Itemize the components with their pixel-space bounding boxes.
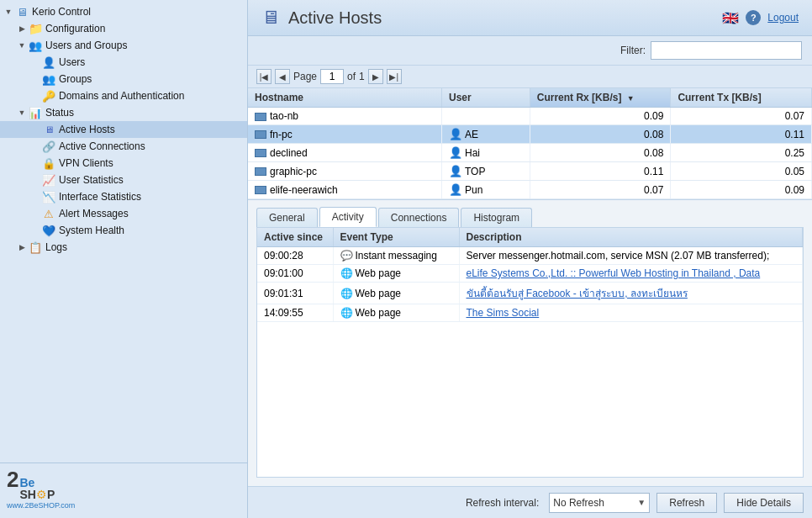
no-refresh-label: No Refresh — [553, 497, 634, 509]
sidebar-item-interface-statistics[interactable]: 📉 Interface Statistics — [0, 188, 247, 205]
sidebar-item-active-hosts[interactable]: 🖥 Active Hosts — [0, 121, 247, 138]
sidebar-item-groups[interactable]: 👥 Groups — [0, 71, 247, 87]
cell-tx: 0.07 — [671, 108, 812, 125]
page-number-input[interactable] — [320, 69, 344, 84]
bottom-bar: Refresh interval: No Refresh ▼ Refresh H… — [248, 486, 812, 518]
detail-cell-description[interactable]: eLife Systems Co.,Ltd. :: Powerful Web H… — [459, 265, 803, 283]
sidebar-item-domains[interactable]: 🔑 Domains and Authentication — [0, 87, 247, 104]
detail-cell-event: 💬Instant messaging — [333, 247, 459, 265]
page-label: Page — [293, 71, 317, 82]
col-hostname[interactable]: Hostname — [248, 88, 441, 108]
expand-icon-config: ▶ — [17, 24, 27, 34]
tab-general[interactable]: General — [256, 208, 318, 227]
sidebar-vpn-label: VPN Clients — [59, 157, 113, 169]
table-row[interactable]: graphic-pc👤TOP0.110.05 — [248, 162, 812, 181]
cell-rx: 0.09 — [530, 108, 671, 125]
users-group-icon: 👥 — [29, 39, 42, 52]
dropdown-arrow-icon: ▼ — [637, 498, 646, 507]
col-rx[interactable]: Current Rx [KB/s] ▼ — [530, 88, 671, 108]
vpn-icon: 🔒 — [42, 156, 55, 170]
sidebar-item-logs[interactable]: ▶ 📋 Logs — [0, 239, 247, 256]
alert-icon: ⚠ — [42, 207, 55, 220]
detail-cell-description[interactable]: The Sims Social — [459, 304, 803, 322]
next-page-button[interactable]: ▶ — [368, 69, 383, 84]
detail-link[interactable]: The Sims Social — [467, 307, 540, 319]
page-title-icon: 🖥 — [261, 7, 280, 29]
help-button[interactable]: ? — [746, 10, 761, 25]
logo-gear-icon: ⚙ — [36, 489, 47, 500]
cell-tx: 0.05 — [671, 162, 812, 181]
sidebar-item-users[interactable]: 👤 Users — [0, 54, 247, 71]
tab-connections[interactable]: Connections — [378, 208, 460, 227]
sidebar-item-configuration[interactable]: ▶ 📁 Configuration — [0, 20, 247, 37]
sidebar-item-users-groups[interactable]: ▼ 👥 Users and Groups — [0, 37, 247, 54]
sidebar-item-user-statistics[interactable]: 📈 User Statistics — [0, 172, 247, 188]
sidebar-interface-label: Interface Statistics — [59, 191, 141, 203]
spacer6 — [30, 158, 40, 168]
detail-link[interactable]: ขันตี้ต้อนรับสู่ Facebook - เข้าสู่ระบบ,… — [467, 288, 688, 299]
sidebar-item-vpn[interactable]: 🔒 VPN Clients — [0, 155, 247, 172]
page-title-area: 🖥 Active Hosts — [261, 7, 382, 29]
tab-histogram[interactable]: Histogram — [461, 208, 532, 227]
spacer2 — [30, 74, 40, 84]
userstat-icon: 📈 — [42, 173, 55, 187]
active-hosts-icon: 🖥 — [42, 123, 55, 136]
refresh-button[interactable]: Refresh — [656, 493, 717, 513]
col-user[interactable]: User — [441, 88, 530, 108]
detail-link[interactable]: eLife Systems Co.,Ltd. :: Powerful Web H… — [467, 267, 761, 279]
spacer — [30, 57, 40, 67]
table-row[interactable]: declined👤Hai0.080.25 — [248, 144, 812, 162]
last-page-button[interactable]: ▶| — [387, 69, 402, 84]
detail-cell-event: 🌐Web page — [333, 283, 459, 304]
sidebar-alerts-label: Alert Messages — [59, 208, 129, 219]
detail-cell-description[interactable]: ขันตี้ต้อนรับสู่ Facebook - เข้าสู่ระบบ,… — [459, 283, 803, 304]
tab-bar: General Activity Connections Histogram — [248, 200, 812, 227]
folder-icon: 📁 — [29, 22, 42, 35]
prev-page-button[interactable]: ◀ — [275, 69, 290, 84]
logo-url: www.2BeSHOP.com — [7, 501, 240, 510]
sidebar-item-status[interactable]: ▼ 📊 Status — [0, 104, 247, 121]
logo-be: Be — [19, 477, 55, 489]
cell-tx: 0.09 — [671, 181, 812, 199]
status-icon: 📊 — [29, 106, 42, 119]
expand-icon-status: ▼ — [17, 108, 27, 118]
spacer8 — [30, 192, 40, 202]
detail-panel: Active since Event Type Description 09:0… — [256, 227, 804, 478]
table-row[interactable]: tao-nb0.090.07 — [248, 108, 812, 125]
cell-hostname: declined — [248, 144, 441, 162]
cell-user: 👤AE — [441, 125, 530, 144]
detail-row: 14:09:55🌐Web pageThe Sims Social — [257, 304, 803, 322]
cell-hostname: elife-neerawich — [248, 181, 441, 199]
kerio-icon: 🖥 — [15, 5, 29, 18]
table-row[interactable]: fn-pc👤AE0.080.11 — [248, 125, 812, 144]
col-tx[interactable]: Current Tx [KB/s] — [671, 88, 812, 108]
logout-link[interactable]: Logout — [767, 12, 799, 24]
detail-cell-time: 09:01:31 — [257, 283, 333, 304]
users-icon: 👤 — [42, 56, 55, 69]
hide-details-button[interactable]: Hide Details — [724, 493, 804, 513]
sidebar-item-active-connections[interactable]: 🔗 Active Connections — [0, 138, 247, 155]
table-scroll[interactable]: tao-nb0.090.07fn-pc👤AE0.080.11declined👤H… — [248, 108, 812, 199]
detail-col-active-since: Active since — [257, 228, 333, 247]
cell-rx: 0.08 — [530, 125, 671, 144]
logs-icon: 📋 — [29, 240, 42, 254]
sidebar-connections-label: Active Connections — [59, 140, 145, 152]
sidebar-domains-label: Domains and Authentication — [59, 90, 184, 102]
detail-cell-event: 🌐Web page — [333, 265, 459, 283]
cell-tx: 0.11 — [671, 125, 812, 144]
cell-user: 👤TOP — [441, 162, 530, 181]
table-row[interactable]: elife-neerawich👤Pun0.070.09 — [248, 181, 812, 199]
first-page-button[interactable]: |◀ — [256, 69, 272, 84]
sidebar-item-system-health[interactable]: 💙 System Health — [0, 222, 247, 239]
cell-hostname: tao-nb — [248, 108, 441, 125]
tab-activity[interactable]: Activity — [319, 207, 377, 227]
detail-cell-event: 🌐Web page — [333, 304, 459, 322]
filter-input[interactable] — [651, 41, 802, 60]
detail-row: 09:01:31🌐Web pageขันตี้ต้อนรับสู่ Facebo… — [257, 283, 803, 304]
sidebar-item-alerts[interactable]: ⚠ Alert Messages — [0, 205, 247, 222]
sidebar-item-kerio-control[interactable]: ▼ 🖥 Kerio Control — [0, 3, 247, 20]
sidebar-logo-area: 2 Be SH ⚙ P www.2BeSHOP.com — [0, 462, 247, 515]
sidebar-status-label: Status — [45, 107, 74, 119]
main-content: 🖥 Active Hosts 🇬🇧 ? Logout Filter: |◀ ◀ … — [248, 0, 812, 518]
refresh-select-container[interactable]: No Refresh ▼ — [549, 493, 650, 513]
